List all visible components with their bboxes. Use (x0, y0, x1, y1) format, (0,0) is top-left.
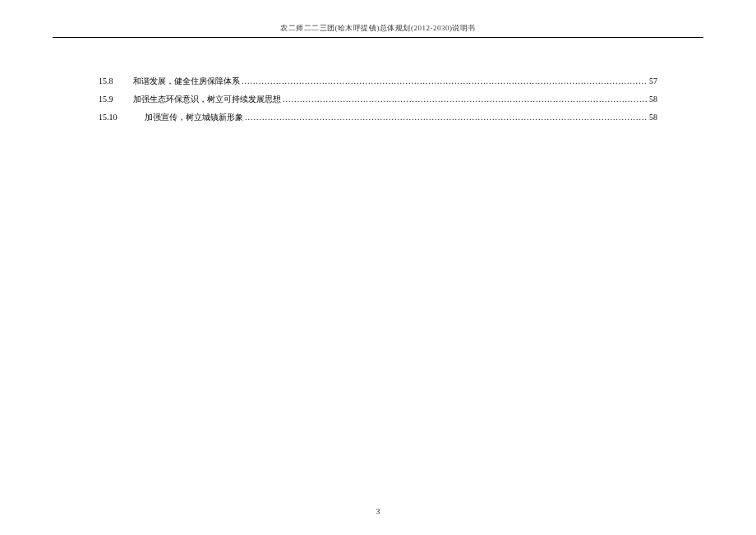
toc-page: 58 (649, 113, 657, 122)
toc-content: 15.8 和谐发展，健全住房保障体系 .....................… (0, 43, 756, 123)
toc-page: 57 (649, 76, 657, 85)
toc-leader: ........................................… (245, 113, 648, 122)
toc-page: 58 (649, 95, 657, 104)
toc-leader: ........................................… (283, 95, 648, 104)
toc-row: 15.10 加强宣传，树立城镇新形象 .....................… (99, 112, 657, 123)
toc-row: 15.8 和谐发展，健全住房保障体系 .....................… (99, 76, 657, 87)
page-number: 3 (0, 507, 756, 515)
header-title: 农二师二二三团(哈木呼提镇)总体规划(2012-2030)说明书 (0, 23, 756, 34)
page-header: 农二师二二三团(哈木呼提镇)总体规划(2012-2030)说明书 (0, 0, 756, 43)
toc-title: 加强宣传，树立城镇新形象 (145, 112, 243, 123)
toc-leader: ........................................… (242, 76, 648, 85)
toc-number: 15.8 (99, 76, 133, 85)
toc-number: 15.9 (99, 95, 133, 104)
toc-number: 15.10 (99, 113, 145, 122)
toc-title: 加强生态环保意识，树立可持续发展思想 (133, 94, 281, 105)
header-rule (53, 37, 703, 38)
toc-row: 15.9 加强生态环保意识，树立可持续发展思想 ................… (99, 94, 657, 105)
toc-title: 和谐发展，健全住房保障体系 (133, 76, 240, 87)
